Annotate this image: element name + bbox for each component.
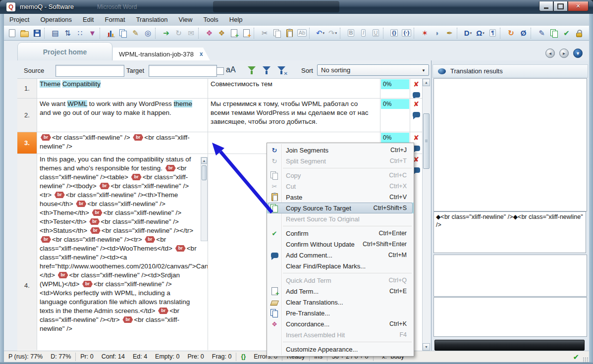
cell-scrollbar[interactable]: ▲ <box>201 157 208 241</box>
tab-scroll-left-button[interactable]: ◂ <box>545 49 555 58</box>
menu-item-confirm-without-update[interactable]: Confirm Without UpdateCtrl+Shift+Enter <box>267 239 414 250</box>
menu-item-concordance[interactable]: ❖Concordance...Ctrl+K <box>267 318 414 329</box>
menu-operations[interactable]: Operations <box>35 14 77 26</box>
menu-item-join-segments[interactable]: ↻Join SegmentsCtrl+J <box>267 145 414 156</box>
quick-add-term-button[interactable] <box>228 27 240 39</box>
source-cell[interactable]: In this page, you can find the compatibi… <box>37 154 208 350</box>
lock-button[interactable] <box>573 27 585 39</box>
advanced-filter-icon[interactable] <box>261 66 272 75</box>
tag-error-button[interactable]: ✶ <box>419 27 431 39</box>
insert-symbol-d-button[interactable]: D▾ <box>462 27 474 39</box>
source-cell[interactable]: Theme Compatibility <box>37 79 208 98</box>
underline-button[interactable]: U <box>370 27 382 39</box>
menu-format[interactable]: Format <box>99 14 130 26</box>
new-document-button[interactable] <box>6 27 18 39</box>
row-number[interactable]: 1. <box>17 79 37 98</box>
tab-list-button[interactable]: ▼ <box>573 49 583 58</box>
target-filter-input[interactable] <box>149 65 217 77</box>
save-button[interactable] <box>31 27 43 39</box>
grid-scrollbar-thumb[interactable] <box>423 113 430 169</box>
italic-icon: I <box>361 29 366 37</box>
insert-tag-button[interactable]: {} <box>388 27 400 39</box>
menu-item-copy-source-to-target[interactable]: Copy Source To TargetCtrl+Shift+S <box>267 203 414 213</box>
source-cell[interactable]: We want WPML to work with any WordPress … <box>37 99 208 132</box>
menu-translation[interactable]: Translation <box>131 14 173 26</box>
preview-document-button[interactable]: ◎ <box>142 27 154 39</box>
comment-bubble-icon[interactable] <box>413 112 420 117</box>
scroll-down-icon[interactable]: ▼ <box>423 343 430 351</box>
menu-item-confirm[interactable]: ✔ConfirmCtrl+Enter <box>267 228 414 239</box>
results-list[interactable] <box>433 78 587 211</box>
paste-button[interactable] <box>283 27 296 39</box>
menu-edit[interactable]: Edit <box>77 14 99 26</box>
scroll-up-icon[interactable]: ▲ <box>423 79 430 86</box>
case-sensitive-checkbox[interactable] <box>216 67 224 75</box>
copy-document-button[interactable] <box>117 27 129 39</box>
copy-button[interactable] <box>271 27 283 39</box>
tag-insert-button[interactable]: ◗ <box>431 27 443 39</box>
synchronize-button[interactable]: ↻ <box>172 27 185 39</box>
sort-dropdown[interactable]: No sorting ▼ <box>317 64 429 76</box>
menu-item-clear-find-replace-marks[interactable]: Clear Find/Replace Marks... <box>267 260 414 271</box>
menu-help[interactable]: Help <box>224 14 248 26</box>
insert-symbol-omega-button[interactable]: Ω▾ <box>474 27 486 39</box>
review-notes-button[interactable]: ✎ <box>536 27 548 39</box>
menu-item-customize-appearance[interactable]: Customize Appearance... <box>267 344 414 355</box>
insert-symbol-omega-icon: Ω <box>476 29 482 37</box>
menu-item-add-term[interactable]: Add Term...Ctrl+E <box>267 286 414 297</box>
comment-bubble-icon[interactable] <box>413 92 420 98</box>
confirm-button[interactable]: ✔ <box>560 27 573 39</box>
edit-document-button[interactable]: ✎ <box>129 27 142 39</box>
target-cell[interactable]: Совместимость тем <box>208 79 380 98</box>
source-cell[interactable]: br<br class="xliff-newline" /> br<br cla… <box>37 132 208 154</box>
tab-scroll-right-button[interactable]: ▸ <box>559 49 569 58</box>
resource-console-button[interactable]: ▤ <box>49 27 61 39</box>
italic-button[interactable]: I <box>357 27 370 39</box>
memoq-sync-button[interactable]: ↻ <box>505 27 517 39</box>
row-number[interactable]: 4. <box>17 154 37 350</box>
close-button[interactable]: ✕ <box>568 1 589 11</box>
undo-button[interactable]: ↶▾ <box>314 27 326 39</box>
menu-item-paste[interactable]: PasteCtrl+V <box>267 192 414 203</box>
redo-button[interactable]: ↷▾ <box>326 27 339 39</box>
ink-pen-button[interactable]: ✒ <box>443 27 456 39</box>
menu-view[interactable]: View <box>173 14 198 26</box>
grid-scrollbar[interactable]: ▲ ▼ <box>422 79 430 351</box>
memoq-mode-button[interactable]: Ø <box>517 27 530 39</box>
source-filter-input[interactable] <box>55 65 124 77</box>
menu-item-clear-translations[interactable]: Clear Translations... <box>267 297 414 308</box>
edit-term-button[interactable]: ❖ <box>216 27 228 39</box>
tab-close-icon[interactable]: x <box>200 51 203 57</box>
tab-document[interactable]: WPML-translation-job-378 x <box>113 48 210 60</box>
insert-all-tags-button[interactable]: {·} <box>400 27 413 39</box>
menu-item-add-comment[interactable]: Add Comment...Ctrl+M <box>267 250 414 260</box>
formatting-marks-button[interactable]: ¶ <box>486 27 499 39</box>
menu-tools[interactable]: Tools <box>198 14 223 26</box>
export-button[interactable]: ➔ <box>160 27 172 39</box>
copy-next-button[interactable] <box>548 27 560 39</box>
minimize-button[interactable] <box>539 1 553 11</box>
lookup-term-button[interactable]: ❖ <box>203 27 216 39</box>
sort-segments-button[interactable]: ⇅ <box>61 27 74 39</box>
menu-item-quick-add-term: Quick Add TermCtrl+Q <box>267 275 414 286</box>
row-number[interactable]: 3. <box>17 132 37 154</box>
row-number[interactable]: 2. <box>17 99 37 132</box>
cut-button[interactable]: ✂ <box>259 27 271 39</box>
maximize-button[interactable] <box>553 1 568 11</box>
tab-project-home[interactable]: Project home <box>17 42 112 61</box>
menu-item-pre-translate[interactable]: Pre-Translate... <box>267 308 414 318</box>
open-button[interactable] <box>18 27 31 39</box>
paste-special-button[interactable]: Ab <box>296 27 308 39</box>
create-view-button[interactable]: ▼ <box>86 27 99 39</box>
project-manager-button[interactable]: ∷ <box>74 27 86 39</box>
cell-scroll-up-icon[interactable]: ▲ <box>201 157 207 164</box>
menu-project[interactable]: Project <box>4 14 35 26</box>
clear-filter-icon[interactable]: ✕ <box>276 66 287 75</box>
target-cell[interactable]: Мы стремимся к тому, чтобы WPML работал … <box>208 99 380 132</box>
statistics-button[interactable] <box>105 27 117 39</box>
bold-button[interactable]: B <box>345 27 357 39</box>
cell-scrollbar-thumb[interactable] <box>202 165 207 180</box>
add-term-button[interactable] <box>240 27 253 39</box>
filter-icon[interactable] <box>246 66 257 75</box>
send-email-button[interactable]: ✉ <box>185 27 197 39</box>
